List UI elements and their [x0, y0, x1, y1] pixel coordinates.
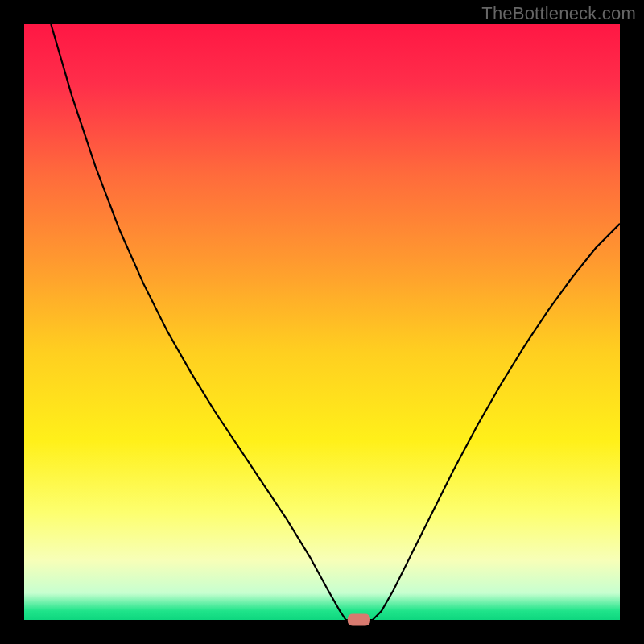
plot-background — [24, 24, 620, 620]
chart-svg — [0, 0, 644, 644]
optimum-marker — [348, 614, 370, 626]
chart-container: TheBottleneck.com — [0, 0, 644, 644]
watermark-text: TheBottleneck.com — [481, 3, 636, 24]
